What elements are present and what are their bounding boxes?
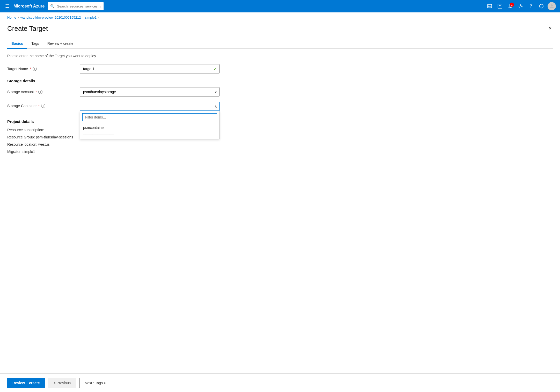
storage-container-info-icon[interactable]: i — [41, 104, 45, 108]
close-button[interactable]: × — [548, 25, 553, 32]
tab-tags[interactable]: Tags — [27, 39, 43, 49]
question-icon: ? — [530, 4, 532, 9]
svg-point-7 — [540, 4, 543, 8]
storage-account-row: Storage Account * i psmthursdaystorage ∨ — [7, 87, 553, 97]
breadcrumb-home[interactable]: Home — [7, 16, 16, 19]
target-name-input[interactable] — [80, 64, 220, 73]
storage-container-label-text: Storage Container — [7, 104, 37, 108]
breadcrumb-migrator[interactable]: simple1 — [85, 16, 97, 19]
svg-point-8 — [541, 6, 541, 6]
hamburger-icon[interactable]: ☰ — [4, 2, 10, 10]
help-icon-btn[interactable]: ? — [527, 2, 535, 10]
svg-point-9 — [542, 6, 542, 6]
breadcrumb: Home › wandisco.ldm-preview-202010051552… — [0, 12, 560, 23]
target-name-label-text: Target Name — [7, 67, 28, 71]
form-description: Please enter the name of the Target you … — [7, 54, 553, 58]
required-star-name: * — [30, 67, 31, 71]
app-brand: Microsoft Azure — [13, 4, 45, 9]
required-star-container: * — [38, 104, 40, 108]
valid-check-icon: ✓ — [214, 66, 217, 71]
review-create-button[interactable]: Review + create — [7, 378, 45, 388]
feedback-icon-btn[interactable] — [537, 2, 546, 10]
dropdown-item-psmcontainer[interactable]: psmcontainer — [80, 123, 219, 132]
tab-review-create[interactable]: Review + create — [43, 39, 78, 49]
storage-account-label-text: Storage Account — [7, 90, 34, 94]
storage-details-heading: Storage details — [7, 79, 553, 83]
search-wrap: 🔍 — [48, 2, 182, 10]
main-content: Create Target × Basics Tags Review + cre… — [0, 23, 560, 154]
chevron-up-icon: ∧ — [214, 104, 217, 108]
storage-account-select[interactable]: psmthursdaystorage — [80, 87, 220, 97]
target-name-info-icon[interactable]: i — [33, 67, 37, 71]
target-name-row: Target Name * i ✓ — [7, 64, 553, 73]
breadcrumb-resource-group[interactable]: wandisco.ldm-preview-20201005155212 — [20, 16, 81, 19]
svg-rect-0 — [488, 4, 492, 8]
storage-container-row: Storage Container * i ∧ psmcontainer ───… — [7, 102, 553, 111]
page-title: Create Target — [7, 25, 48, 33]
bell-icon-btn[interactable]: 1 — [506, 2, 514, 10]
breadcrumb-sep-1: › — [18, 16, 19, 19]
dropdown-more-items: ───────────── — [80, 132, 219, 139]
user-avatar[interactable] — [548, 2, 556, 10]
tabs: Basics Tags Review + create — [7, 39, 553, 49]
breadcrumb-sep-3: › — [98, 16, 99, 19]
storage-container-label: Storage Container * i — [7, 102, 80, 108]
resource-location-line: Resource location: westus — [7, 142, 553, 146]
page-title-row: Create Target × — [7, 25, 553, 33]
search-icon: 🔍 — [50, 4, 55, 8]
terminal-icon-btn[interactable] — [485, 2, 494, 10]
storage-account-select-wrap: psmthursdaystorage ∨ — [80, 87, 220, 97]
migrator-line: Migrator: simple1 — [7, 150, 553, 154]
storage-container-dropdown-wrap: ∧ psmcontainer ───────────── — [80, 102, 220, 111]
target-name-label: Target Name * i — [7, 67, 80, 71]
tab-basics[interactable]: Basics — [7, 39, 27, 49]
gear-icon-btn[interactable] — [517, 2, 525, 10]
storage-container-dropdown-panel: psmcontainer ───────────── — [80, 111, 220, 139]
navbar-icons: 1 ? — [485, 2, 556, 10]
target-name-input-wrap: ✓ — [80, 64, 220, 73]
notification-badge: 1 — [510, 3, 514, 7]
footer: Review + create < Previous Next : Tags > — [0, 373, 560, 392]
cloud-upload-icon-btn[interactable] — [496, 2, 504, 10]
previous-button[interactable]: < Previous — [48, 378, 76, 388]
next-button[interactable]: Next : Tags > — [79, 378, 111, 388]
breadcrumb-sep-2: › — [82, 16, 83, 19]
storage-account-info-icon[interactable]: i — [38, 90, 42, 94]
navbar: ☰ Microsoft Azure 🔍 1 ? — [0, 0, 560, 12]
svg-point-6 — [520, 5, 521, 7]
storage-container-field[interactable]: ∧ — [80, 102, 220, 111]
dropdown-filter-input[interactable] — [82, 113, 217, 121]
storage-account-label: Storage Account * i — [7, 90, 80, 94]
required-star-account: * — [35, 90, 37, 94]
search-input[interactable] — [48, 2, 104, 10]
svg-point-10 — [551, 4, 553, 6]
